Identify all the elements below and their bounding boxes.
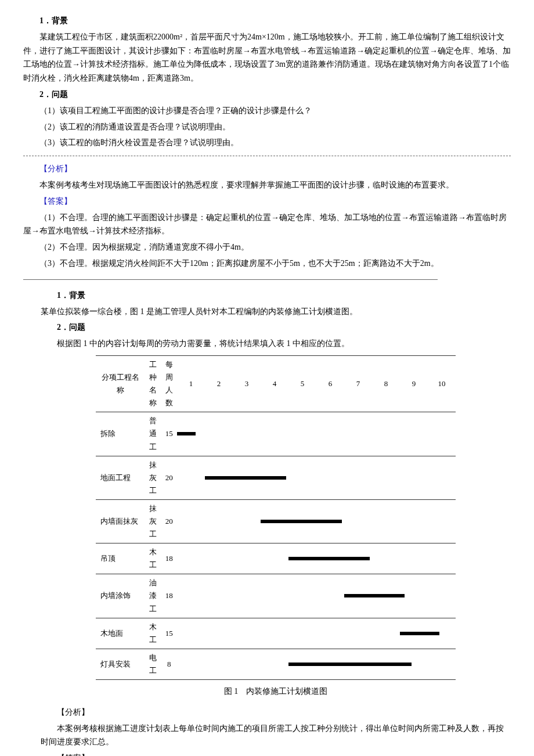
weekly-count: 20 xyxy=(161,499,177,543)
gantt-cell xyxy=(400,499,428,543)
gantt-cell xyxy=(261,412,288,456)
gantt-cell xyxy=(428,649,456,679)
gantt-header-cell: 8 xyxy=(372,355,400,412)
gantt-cell xyxy=(233,412,261,456)
gantt-cell xyxy=(316,649,344,679)
gantt-cell xyxy=(372,456,400,499)
gantt-cell xyxy=(233,543,261,574)
gantt-cell xyxy=(205,412,233,456)
divider xyxy=(23,279,438,280)
gantt-cell xyxy=(428,618,456,649)
gantt-row: 内墙面抹灰抹灰工20 xyxy=(96,499,456,543)
gantt-cell xyxy=(344,543,372,574)
gantt-cell xyxy=(372,412,400,456)
gantt-header-cell: 7 xyxy=(344,355,372,412)
case2-bg-heading: 1．背景 xyxy=(41,289,511,303)
gantt-cell xyxy=(400,574,428,618)
gantt-cell xyxy=(372,618,400,649)
task-name: 木地面 xyxy=(96,618,145,649)
trade-name: 电工 xyxy=(145,649,161,679)
gantt-row: 灯具安装电工8 xyxy=(96,649,456,679)
gantt-cell xyxy=(316,574,344,618)
task-name: 内墙涂饰 xyxy=(96,574,145,618)
gantt-cell xyxy=(177,499,205,543)
case1-bg-text: 某建筑工程位于市区，建筑面积22000m²，首层平面尺寸为24m×120m，施工… xyxy=(23,30,511,85)
gantt-cell xyxy=(344,574,372,618)
case1-bg-heading: 1．背景 xyxy=(23,14,511,28)
gantt-cell xyxy=(288,618,316,649)
gantt-cell xyxy=(344,499,372,543)
gantt-cell xyxy=(400,412,428,456)
trade-name: 普通工 xyxy=(145,412,161,456)
gantt-cell xyxy=(205,649,233,679)
gantt-cell xyxy=(428,499,456,543)
gantt-cell xyxy=(428,574,456,618)
gantt-cell xyxy=(233,574,261,618)
case2-analysis-body: 本案例考核根据施工进度计划表上每单位时间内施工的项目所需工人按工种分别统计，得出… xyxy=(41,722,511,750)
gantt-header-cell: 9 xyxy=(400,355,428,412)
gantt-cell xyxy=(261,618,288,649)
case2-answer-heading: 【答案】 xyxy=(41,751,511,756)
gantt-cell xyxy=(233,618,261,649)
gantt-row: 木地面木工15 xyxy=(96,618,456,649)
gantt-cell xyxy=(372,574,400,618)
gantt-header-cell: 1 xyxy=(177,355,205,412)
gantt-chart: 分项工程名 称工 种 名 称每周人数12345678910 拆除普通工15地面工… xyxy=(96,355,456,680)
gantt-cell xyxy=(316,543,344,574)
gantt-cell xyxy=(288,649,316,679)
case1-analysis-body: 本案例考核考生对现场施工平面图设计的熟悉程度，要求理解并掌握施工平面图的设计步骤… xyxy=(23,178,511,192)
figure1-caption: 图 1 内装修施工计划横道图 xyxy=(41,685,511,699)
gantt-cell xyxy=(372,543,400,574)
trade-name: 抹灰工 xyxy=(145,499,161,543)
weekly-count: 8 xyxy=(161,649,177,679)
gantt-cell xyxy=(428,456,456,499)
gantt-cell xyxy=(288,456,316,499)
gantt-cell xyxy=(177,574,205,618)
case1-q1: （1）该项目工程施工平面图的设计步骤是否合理？正确的设计步骤是什么？ xyxy=(23,104,511,118)
gantt-row: 吊顶木工18 xyxy=(96,543,456,574)
gantt-cell xyxy=(288,412,316,456)
gantt-cell xyxy=(288,499,316,543)
gantt-cell xyxy=(344,649,372,679)
gantt-header-cell: 2 xyxy=(205,355,233,412)
case1-q-heading: 2．问题 xyxy=(23,88,511,102)
case2-analysis-heading: 【分析】 xyxy=(41,705,511,719)
case2-bg-text: 某单位拟装修一综合楼，图 1 是施工管理人员针对本工程编制的内装修施工计划横道图… xyxy=(41,305,511,319)
gantt-cell xyxy=(233,456,261,499)
gantt-header-cell: 3 xyxy=(233,355,261,412)
case1-a3: （3）不合理。根据规定消火栓间距不大于120m；距离拟建房屋不小于5m，也不大于… xyxy=(23,257,511,271)
trade-name: 木工 xyxy=(145,543,161,574)
gantt-cell xyxy=(261,574,288,618)
gantt-cell xyxy=(400,618,428,649)
gantt-header-cell: 5 xyxy=(288,355,316,412)
task-name: 地面工程 xyxy=(96,456,145,499)
gantt-cell xyxy=(316,618,344,649)
gantt-cell xyxy=(261,456,288,499)
case1-answer-heading: 【答案】 xyxy=(23,195,511,208)
weekly-count: 18 xyxy=(161,574,177,618)
gantt-cell xyxy=(177,618,205,649)
gantt-cell xyxy=(316,412,344,456)
gantt-header-row: 分项工程名 称工 种 名 称每周人数12345678910 xyxy=(96,355,456,412)
trade-name: 木工 xyxy=(145,618,161,649)
gantt-row: 地面工程抹灰工20 xyxy=(96,456,456,499)
trade-name: 油漆工 xyxy=(145,574,161,618)
gantt-cell xyxy=(177,456,205,499)
gantt-cell xyxy=(261,499,288,543)
gantt-cell xyxy=(177,543,205,574)
gantt-cell xyxy=(205,543,233,574)
gantt-header-cell: 每周人数 xyxy=(161,355,177,412)
gantt-header-cell: 分项工程名 称 xyxy=(96,355,145,412)
gantt-cell xyxy=(428,412,456,456)
gantt-cell xyxy=(372,649,400,679)
gantt-cell xyxy=(344,618,372,649)
gantt-cell xyxy=(205,574,233,618)
gantt-cell xyxy=(261,649,288,679)
case2-q-heading: 2．问题 xyxy=(41,321,511,334)
gantt-row: 拆除普通工15 xyxy=(96,412,456,456)
gantt-cell xyxy=(177,412,205,456)
gantt-cell xyxy=(316,456,344,499)
weekly-count: 20 xyxy=(161,456,177,499)
task-name: 拆除 xyxy=(96,412,145,456)
gantt-cell xyxy=(400,543,428,574)
